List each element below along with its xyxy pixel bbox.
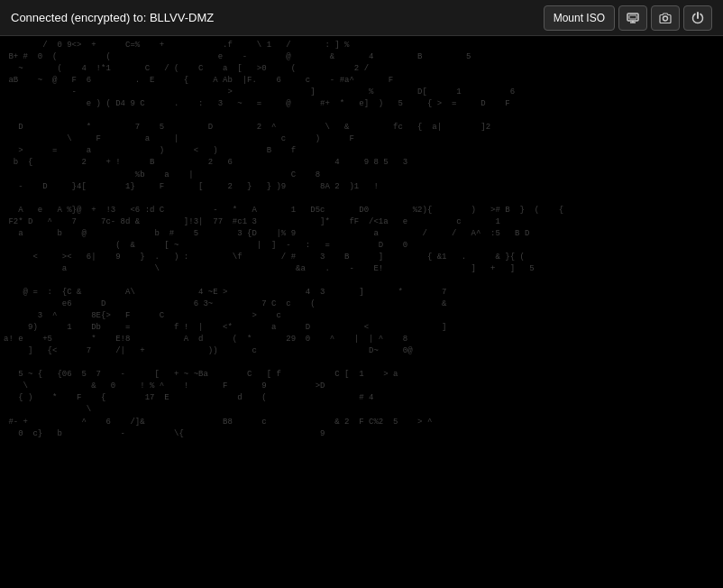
screenshot-button[interactable] <box>651 5 680 31</box>
svg-point-4 <box>664 16 668 21</box>
screenshot-icon <box>658 11 673 25</box>
kvm-button[interactable] <box>618 5 647 31</box>
power-icon <box>691 11 705 25</box>
titlebar: Connected (encrypted) to: BLLVV-DMZ Moun… <box>0 0 723 36</box>
terminal-output: / 0 9<> + C=% + .f \ 1 / : ] % B+ # 0 ( … <box>4 40 719 452</box>
svg-rect-3 <box>629 15 636 19</box>
toolbar-buttons: Mount ISO <box>544 5 712 31</box>
kvm-icon <box>626 11 640 25</box>
terminal-area[interactable]: / 0 9<> + C=% + .f \ 1 / : ] % B+ # 0 ( … <box>0 36 723 588</box>
connection-status: Connected (encrypted) to: BLLVV-DMZ <box>11 11 214 24</box>
power-button[interactable] <box>683 5 712 31</box>
mount-iso-button[interactable]: Mount ISO <box>544 5 615 31</box>
